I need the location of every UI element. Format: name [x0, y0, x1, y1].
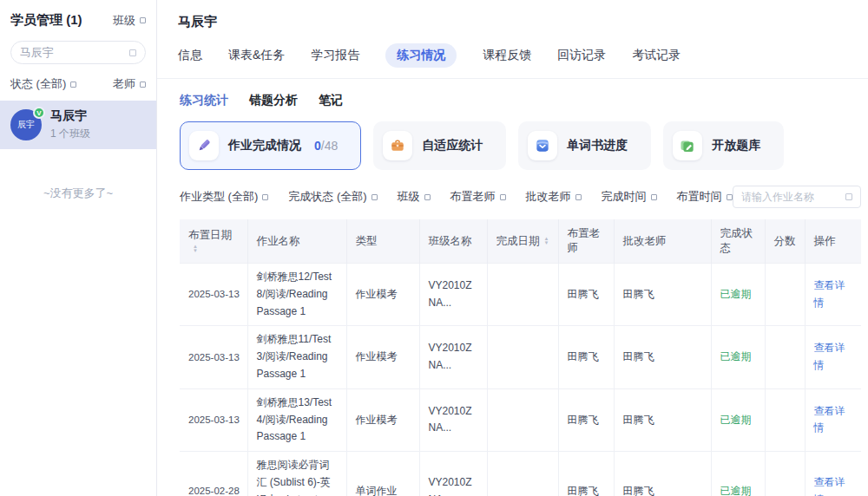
- col-completion-date[interactable]: 完成日期▲▼: [487, 219, 558, 264]
- cell-type: 作业模考: [346, 388, 419, 451]
- search-icon: [845, 193, 852, 200]
- class-filter-label: 班级: [113, 13, 135, 29]
- cell-homework-name: 雅思阅读必背词汇 (Sublist 6)-英译中-abstract–utiliz…: [247, 452, 346, 496]
- cell-type: 作业模考: [346, 264, 419, 326]
- card-label: 自适应统计: [422, 138, 483, 153]
- col-actions: 操作: [805, 219, 861, 264]
- view-details-link[interactable]: 查看详情: [814, 279, 845, 309]
- filter-bar: 作业类型 (全部) 完成状态 (全部) 班级 布置老师 批改老师 完成时间 布置…: [180, 186, 861, 208]
- col-homework-name: 作业名称: [247, 219, 346, 264]
- open-bank-icon: [673, 131, 702, 160]
- filter-class[interactable]: 班级: [398, 189, 431, 205]
- filter-assign-time[interactable]: 布置时间: [677, 189, 733, 205]
- dropdown-icon: [140, 17, 146, 23]
- view-details-link[interactable]: 查看详情: [814, 476, 845, 496]
- sort-icon[interactable]: ▲▼: [193, 245, 198, 253]
- table-row: 2025-02-28 雅思阅读必背词汇 (Sublist 6)-英译中-abst…: [180, 452, 861, 496]
- tab-schedule-tasks[interactable]: 课表&任务: [228, 48, 285, 63]
- student-sidebar: 学员管理 (1) 班级 状态 (全部) 老师 辰宇 V 马辰宇 1 个班级 ~没…: [0, 0, 157, 496]
- filter-grading-teacher[interactable]: 批改老师: [526, 189, 582, 205]
- cell-score: [765, 452, 805, 496]
- col-completion-status: 完成状态: [711, 219, 765, 264]
- homework-search-box[interactable]: [733, 186, 861, 208]
- student-list-item-selected[interactable]: 辰宇 V 马辰宇 1 个班级: [0, 101, 156, 149]
- cell-actions: 查看详情: [805, 326, 861, 388]
- status-filter-dropdown[interactable]: 状态 (全部): [10, 76, 76, 92]
- student-search-box[interactable]: [10, 41, 146, 64]
- tab-followup-records[interactable]: 回访记录: [557, 48, 606, 63]
- homework-table: 布置日期▲▼ 作业名称 类型 班级名称 完成日期▲▼ 布置老师 批改老师 完成状…: [180, 219, 861, 496]
- subtab-wrong-questions[interactable]: 错题分析: [249, 93, 298, 108]
- cell-class-name: VY2010ZNA...: [419, 452, 487, 496]
- cell-actions: 查看详情: [805, 264, 861, 326]
- teacher-filter-dropdown[interactable]: 老师: [113, 76, 146, 92]
- cell-completion-date: [487, 264, 558, 326]
- col-class-name: 班级名称: [419, 219, 487, 264]
- cell-assigning-teacher: 田腾飞: [558, 326, 614, 388]
- cell-score: [765, 388, 805, 451]
- cell-grading-teacher: 田腾飞: [614, 452, 711, 496]
- dropdown-icon: [651, 194, 657, 200]
- card-label: 作业完成情况: [228, 138, 301, 153]
- no-more-text: ~没有更多了~: [0, 186, 156, 201]
- cell-score: [765, 326, 805, 388]
- tab-practice[interactable]: 练习情况: [385, 43, 457, 68]
- status-filter-label: 状态 (全部): [10, 76, 66, 92]
- filter-homework-type[interactable]: 作业类型 (全部): [180, 189, 268, 205]
- dropdown-icon: [70, 82, 76, 88]
- cell-type: 单词作业: [346, 452, 419, 496]
- card-adaptive-stats[interactable]: 自适应统计: [373, 121, 506, 170]
- cell-actions: 查看详情: [805, 452, 861, 496]
- dropdown-icon: [575, 194, 582, 200]
- card-label: 单词书进度: [567, 138, 628, 153]
- col-assign-date[interactable]: 布置日期▲▼: [180, 219, 247, 264]
- tab-info[interactable]: 信息: [178, 48, 202, 63]
- cell-grading-teacher: 田腾飞: [614, 264, 711, 326]
- card-value: 0/48: [314, 139, 338, 153]
- table-row: 2025-03-13 剑桥雅思11/Test 3/阅读/Reading Pass…: [180, 326, 861, 388]
- card-homework-completion[interactable]: 作业完成情况 0/48: [180, 121, 361, 170]
- teacher-filter-label: 老师: [113, 76, 135, 92]
- card-open-question-bank[interactable]: 开放题库: [663, 121, 784, 170]
- col-type: 类型: [346, 219, 419, 264]
- student-class-count: 1 个班级: [50, 127, 90, 141]
- cell-assign-date: 2025-03-13: [180, 326, 247, 388]
- filter-completion-status[interactable]: 完成状态 (全部): [288, 189, 377, 205]
- filter-completion-time[interactable]: 完成时间: [602, 189, 657, 205]
- dropdown-icon: [500, 194, 506, 200]
- col-assigning-teacher: 布置老师: [558, 219, 614, 264]
- cell-assign-date: 2025-03-13: [180, 264, 247, 326]
- search-icon: [129, 49, 136, 56]
- dropdown-icon: [424, 194, 431, 200]
- status-badge: 已逾期: [711, 264, 765, 326]
- cell-homework-name: 剑桥雅思11/Test 3/阅读/Reading Passage 1: [247, 326, 346, 388]
- tab-course-feedback[interactable]: 课程反馈: [483, 48, 531, 63]
- avatar-text: 辰宇: [17, 119, 35, 131]
- vip-badge: V: [33, 107, 45, 119]
- student-search-input[interactable]: [20, 46, 129, 59]
- sort-icon[interactable]: ▲▼: [544, 237, 549, 245]
- tab-study-report[interactable]: 学习报告: [311, 48, 359, 63]
- page-title: 马辰宇: [157, 0, 868, 30]
- cell-assigning-teacher: 田腾飞: [558, 264, 614, 326]
- filter-assigning-teacher[interactable]: 布置老师: [450, 189, 506, 205]
- cell-homework-name: 剑桥雅思13/Test 4/阅读/Reading Passage 1: [247, 388, 346, 451]
- status-badge: 已逾期: [711, 452, 765, 496]
- col-score: 分数: [765, 219, 805, 264]
- card-wordbook-progress[interactable]: 单词书进度: [518, 121, 651, 170]
- view-details-link[interactable]: 查看详情: [814, 405, 845, 434]
- class-filter-dropdown[interactable]: 班级: [113, 13, 146, 29]
- cell-completion-date: [487, 388, 558, 451]
- subtab-notes[interactable]: 笔记: [319, 93, 343, 108]
- cell-grading-teacher: 田腾飞: [614, 388, 711, 451]
- homework-search-input[interactable]: [741, 191, 845, 203]
- status-badge: 已逾期: [711, 326, 765, 388]
- tab-bar: 信息 课表&任务 学习报告 练习情况 课程反馈 回访记录 考试记录: [157, 30, 868, 79]
- cell-assign-date: 2025-02-28: [180, 452, 247, 496]
- cell-assign-date: 2025-03-13: [180, 388, 247, 451]
- wordbook-icon: [528, 131, 557, 160]
- view-details-link[interactable]: 查看详情: [814, 342, 845, 371]
- tab-exam-records[interactable]: 考试记录: [632, 48, 681, 63]
- dropdown-icon: [262, 194, 268, 200]
- subtab-practice-stats[interactable]: 练习统计: [180, 93, 228, 108]
